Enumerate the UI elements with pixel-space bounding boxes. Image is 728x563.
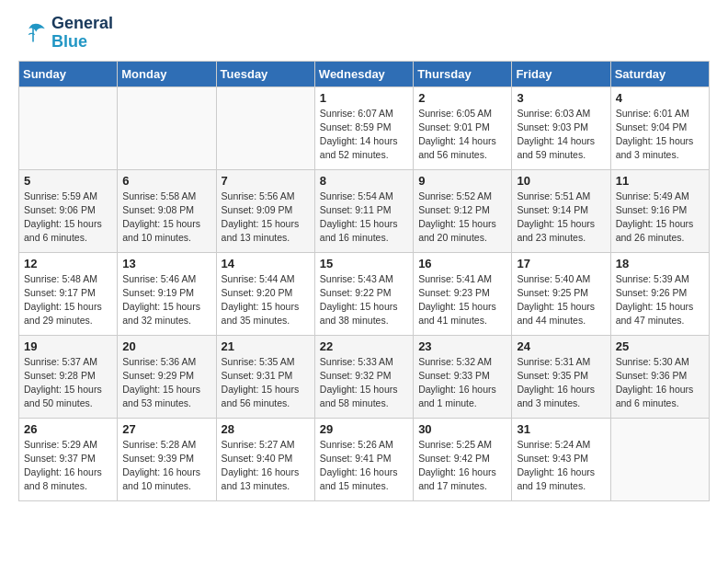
cell-content: Sunrise: 5:44 AM Sunset: 9:20 PM Dayligh…	[222, 272, 310, 328]
cell-content: Sunrise: 6:03 AM Sunset: 9:03 PM Dayligh…	[517, 107, 605, 163]
day-number: 5	[24, 174, 112, 188]
calendar-week-row: 19Sunrise: 5:37 AM Sunset: 9:28 PM Dayli…	[19, 335, 710, 418]
day-number: 10	[517, 174, 605, 188]
day-number: 20	[122, 339, 210, 353]
logo-icon	[18, 18, 48, 48]
day-number: 8	[320, 174, 408, 188]
calendar-cell: 9Sunrise: 5:52 AM Sunset: 9:12 PM Daylig…	[414, 169, 512, 252]
calendar-cell: 27Sunrise: 5:28 AM Sunset: 9:39 PM Dayli…	[118, 418, 216, 500]
calendar-cell: 19Sunrise: 5:37 AM Sunset: 9:28 PM Dayli…	[19, 335, 118, 418]
calendar-cell: 5Sunrise: 5:59 AM Sunset: 9:06 PM Daylig…	[19, 169, 118, 252]
calendar-week-row: 1Sunrise: 6:07 AM Sunset: 8:59 PM Daylig…	[19, 86, 710, 169]
cell-content: Sunrise: 5:56 AM Sunset: 9:09 PM Dayligh…	[222, 190, 310, 246]
weekday-header: Sunday	[19, 61, 118, 86]
day-number: 14	[222, 257, 310, 270]
cell-content: Sunrise: 6:01 AM Sunset: 9:04 PM Dayligh…	[616, 107, 704, 163]
calendar-cell: 2Sunrise: 6:05 AM Sunset: 9:01 PM Daylig…	[414, 86, 512, 169]
cell-content: Sunrise: 5:49 AM Sunset: 9:16 PM Dayligh…	[616, 190, 704, 246]
weekday-header: Monday	[118, 61, 216, 86]
calendar-cell: 28Sunrise: 5:27 AM Sunset: 9:40 PM Dayli…	[216, 418, 314, 500]
calendar-cell: 3Sunrise: 6:03 AM Sunset: 9:03 PM Daylig…	[512, 86, 610, 169]
cell-content: Sunrise: 5:48 AM Sunset: 9:17 PM Dayligh…	[24, 272, 112, 328]
calendar-cell: 15Sunrise: 5:43 AM Sunset: 9:22 PM Dayli…	[314, 252, 413, 335]
cell-content: Sunrise: 5:51 AM Sunset: 9:14 PM Dayligh…	[517, 190, 605, 246]
cell-content: Sunrise: 5:36 AM Sunset: 9:29 PM Dayligh…	[122, 355, 210, 411]
cell-content: Sunrise: 5:28 AM Sunset: 9:39 PM Dayligh…	[122, 438, 210, 494]
calendar-cell: 24Sunrise: 5:31 AM Sunset: 9:35 PM Dayli…	[512, 335, 610, 418]
cell-content: Sunrise: 5:26 AM Sunset: 9:41 PM Dayligh…	[320, 438, 408, 494]
day-number: 31	[517, 422, 605, 436]
logo: General Blue	[18, 15, 113, 52]
day-number: 19	[24, 339, 112, 353]
calendar-cell: 29Sunrise: 5:26 AM Sunset: 9:41 PM Dayli…	[314, 418, 413, 500]
calendar-week-row: 12Sunrise: 5:48 AM Sunset: 9:17 PM Dayli…	[19, 252, 710, 335]
day-number: 2	[418, 91, 506, 105]
calendar-table: SundayMondayTuesdayWednesdayThursdayFrid…	[18, 61, 710, 501]
calendar-week-row: 5Sunrise: 5:59 AM Sunset: 9:06 PM Daylig…	[19, 169, 710, 252]
calendar-cell: 26Sunrise: 5:29 AM Sunset: 9:37 PM Dayli…	[19, 418, 118, 500]
day-number: 17	[517, 257, 605, 270]
cell-content: Sunrise: 5:39 AM Sunset: 9:26 PM Dayligh…	[616, 272, 704, 328]
day-number: 9	[418, 174, 506, 188]
weekday-header-row: SundayMondayTuesdayWednesdayThursdayFrid…	[19, 61, 710, 86]
cell-content: Sunrise: 5:31 AM Sunset: 9:35 PM Dayligh…	[517, 355, 605, 411]
calendar-cell	[118, 86, 216, 169]
weekday-header: Friday	[512, 61, 610, 86]
cell-content: Sunrise: 5:24 AM Sunset: 9:43 PM Dayligh…	[517, 438, 605, 494]
day-number: 16	[418, 257, 506, 270]
day-number: 11	[616, 174, 704, 188]
calendar-cell: 7Sunrise: 5:56 AM Sunset: 9:09 PM Daylig…	[216, 169, 314, 252]
cell-content: Sunrise: 5:46 AM Sunset: 9:19 PM Dayligh…	[122, 272, 210, 328]
cell-content: Sunrise: 5:58 AM Sunset: 9:08 PM Dayligh…	[122, 190, 210, 246]
calendar-cell: 12Sunrise: 5:48 AM Sunset: 9:17 PM Dayli…	[19, 252, 118, 335]
calendar-cell: 30Sunrise: 5:25 AM Sunset: 9:42 PM Dayli…	[414, 418, 512, 500]
weekday-header: Saturday	[610, 61, 709, 86]
weekday-header: Tuesday	[216, 61, 314, 86]
day-number: 30	[418, 422, 506, 436]
cell-content: Sunrise: 5:40 AM Sunset: 9:25 PM Dayligh…	[517, 272, 605, 328]
calendar-cell: 21Sunrise: 5:35 AM Sunset: 9:31 PM Dayli…	[216, 335, 314, 418]
day-number: 29	[320, 422, 408, 436]
calendar-cell: 20Sunrise: 5:36 AM Sunset: 9:29 PM Dayli…	[118, 335, 216, 418]
page-header: General Blue	[18, 15, 710, 52]
cell-content: Sunrise: 5:54 AM Sunset: 9:11 PM Dayligh…	[320, 190, 408, 246]
cell-content: Sunrise: 6:07 AM Sunset: 8:59 PM Dayligh…	[320, 107, 408, 163]
calendar-cell: 23Sunrise: 5:32 AM Sunset: 9:33 PM Dayli…	[414, 335, 512, 418]
day-number: 7	[222, 174, 310, 188]
cell-content: Sunrise: 5:30 AM Sunset: 9:36 PM Dayligh…	[616, 355, 704, 411]
calendar-cell: 14Sunrise: 5:44 AM Sunset: 9:20 PM Dayli…	[216, 252, 314, 335]
cell-content: Sunrise: 6:05 AM Sunset: 9:01 PM Dayligh…	[418, 107, 506, 163]
logo-text: General Blue	[51, 15, 113, 52]
cell-content: Sunrise: 5:29 AM Sunset: 9:37 PM Dayligh…	[24, 438, 112, 494]
cell-content: Sunrise: 5:35 AM Sunset: 9:31 PM Dayligh…	[222, 355, 310, 411]
calendar-cell: 31Sunrise: 5:24 AM Sunset: 9:43 PM Dayli…	[512, 418, 610, 500]
calendar-cell: 17Sunrise: 5:40 AM Sunset: 9:25 PM Dayli…	[512, 252, 610, 335]
calendar-cell: 8Sunrise: 5:54 AM Sunset: 9:11 PM Daylig…	[314, 169, 413, 252]
calendar-cell: 1Sunrise: 6:07 AM Sunset: 8:59 PM Daylig…	[314, 86, 413, 169]
day-number: 4	[616, 91, 704, 105]
day-number: 27	[122, 422, 210, 436]
calendar-cell: 22Sunrise: 5:33 AM Sunset: 9:32 PM Dayli…	[314, 335, 413, 418]
calendar-cell: 16Sunrise: 5:41 AM Sunset: 9:23 PM Dayli…	[414, 252, 512, 335]
day-number: 3	[517, 91, 605, 105]
calendar-cell	[19, 86, 118, 169]
cell-content: Sunrise: 5:25 AM Sunset: 9:42 PM Dayligh…	[418, 438, 506, 494]
day-number: 26	[24, 422, 112, 436]
day-number: 12	[24, 257, 112, 270]
calendar-cell: 6Sunrise: 5:58 AM Sunset: 9:08 PM Daylig…	[118, 169, 216, 252]
weekday-header: Thursday	[414, 61, 512, 86]
calendar-cell: 25Sunrise: 5:30 AM Sunset: 9:36 PM Dayli…	[610, 335, 709, 418]
day-number: 1	[320, 91, 408, 105]
day-number: 24	[517, 339, 605, 353]
calendar-cell: 11Sunrise: 5:49 AM Sunset: 9:16 PM Dayli…	[610, 169, 709, 252]
cell-content: Sunrise: 5:32 AM Sunset: 9:33 PM Dayligh…	[418, 355, 506, 411]
page-container: General Blue SundayMondayTuesdayWednesda…	[0, 0, 728, 511]
cell-content: Sunrise: 5:52 AM Sunset: 9:12 PM Dayligh…	[418, 190, 506, 246]
cell-content: Sunrise: 5:37 AM Sunset: 9:28 PM Dayligh…	[24, 355, 112, 411]
day-number: 22	[320, 339, 408, 353]
day-number: 25	[616, 339, 704, 353]
day-number: 13	[122, 257, 210, 270]
calendar-week-row: 26Sunrise: 5:29 AM Sunset: 9:37 PM Dayli…	[19, 418, 710, 500]
cell-content: Sunrise: 5:27 AM Sunset: 9:40 PM Dayligh…	[222, 438, 310, 494]
cell-content: Sunrise: 5:43 AM Sunset: 9:22 PM Dayligh…	[320, 272, 408, 328]
